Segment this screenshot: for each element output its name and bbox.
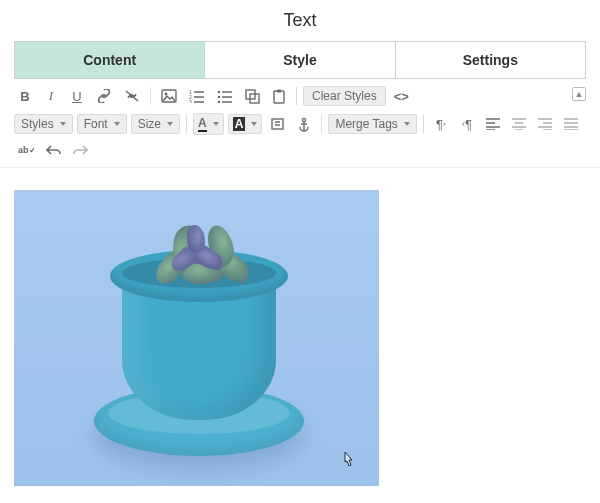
ltr-button[interactable]: ¶›: [430, 113, 452, 135]
italic-button[interactable]: I: [40, 85, 62, 107]
spellcheck-button[interactable]: ab✓: [14, 139, 38, 161]
anchor-button[interactable]: [293, 113, 315, 135]
pointer-cursor-icon: [339, 450, 357, 472]
unordered-list-button[interactable]: [213, 85, 237, 107]
chevron-down-icon: [114, 122, 120, 126]
svg-point-5: [218, 91, 221, 94]
tabs: Content Style Settings: [0, 41, 600, 79]
svg-rect-11: [277, 89, 281, 92]
styles-dropdown[interactable]: Styles: [14, 114, 73, 134]
svg-point-6: [218, 96, 221, 99]
svg-point-1: [165, 93, 168, 96]
copy-button[interactable]: [241, 85, 264, 107]
tab-settings[interactable]: Settings: [396, 41, 586, 79]
bg-color-dropdown[interactable]: A: [228, 114, 263, 134]
merge-tags-dropdown[interactable]: Merge Tags: [328, 114, 416, 134]
svg-text:3: 3: [189, 99, 192, 103]
separator: [186, 115, 187, 133]
bold-button[interactable]: B: [14, 85, 36, 107]
align-center-button[interactable]: [508, 113, 530, 135]
paste-button[interactable]: [268, 85, 290, 107]
ordered-list-button[interactable]: 123: [185, 85, 209, 107]
clear-styles-button[interactable]: Clear Styles: [303, 86, 386, 106]
align-left-button[interactable]: [482, 113, 504, 135]
align-justify-button[interactable]: [560, 113, 582, 135]
toolbar-row-1: B I U 123 Clear Styles <> ▲: [0, 79, 600, 111]
page-title: Text: [0, 0, 600, 41]
rtl-button[interactable]: ‹¶: [456, 113, 478, 135]
chevron-down-icon: [167, 122, 173, 126]
separator: [150, 87, 151, 105]
code-view-button[interactable]: <>: [390, 85, 413, 107]
font-dropdown[interactable]: Font: [77, 114, 127, 134]
chevron-down-icon: [251, 122, 257, 126]
align-image-button[interactable]: [266, 113, 289, 135]
unlink-button[interactable]: [120, 85, 144, 107]
separator: [321, 115, 322, 133]
svg-rect-10: [274, 91, 284, 103]
undo-button[interactable]: [42, 139, 65, 161]
toolbar-row-2: Styles Font Size A A Merge Tags ¶› ‹¶ ab…: [0, 111, 600, 168]
underline-button[interactable]: U: [66, 85, 88, 107]
text-color-dropdown[interactable]: A: [193, 113, 224, 135]
tab-style[interactable]: Style: [205, 41, 395, 79]
collapse-toolbar-button[interactable]: ▲: [572, 87, 586, 101]
plant-pot-rim-illustration: [110, 250, 288, 302]
chevron-down-icon: [404, 122, 410, 126]
tab-content[interactable]: Content: [14, 41, 205, 79]
redo-button[interactable]: [69, 139, 92, 161]
separator: [423, 115, 424, 133]
link-button[interactable]: [92, 85, 116, 107]
chevron-down-icon: [60, 122, 66, 126]
svg-rect-12: [272, 119, 283, 129]
size-dropdown[interactable]: Size: [131, 114, 180, 134]
editor-canvas[interactable]: [0, 168, 600, 503]
image-button[interactable]: [157, 85, 181, 107]
inserted-image[interactable]: [14, 190, 379, 486]
chevron-down-icon: [213, 122, 219, 126]
svg-text:ab✓: ab✓: [18, 145, 34, 155]
separator: [296, 87, 297, 105]
svg-point-7: [218, 101, 221, 103]
align-right-button[interactable]: [534, 113, 556, 135]
svg-point-13: [303, 118, 306, 121]
